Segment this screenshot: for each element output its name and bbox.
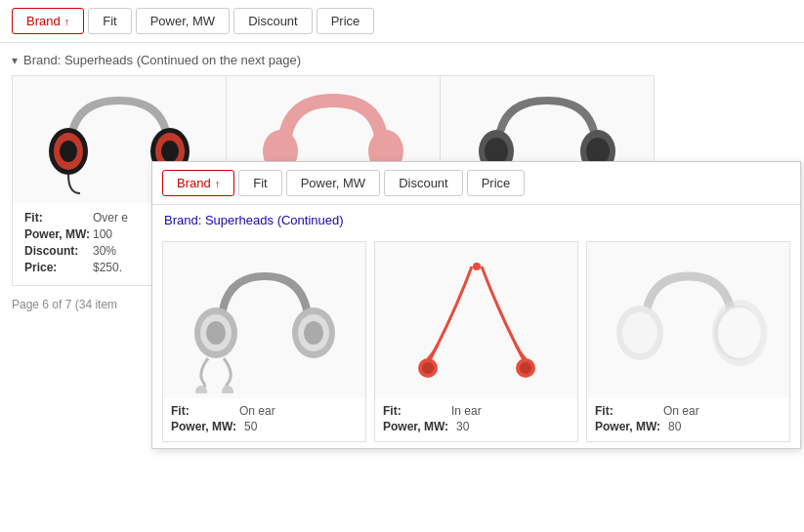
overlay-fit-label-1: Fit: xyxy=(171,404,239,418)
fit-value-1: Over e xyxy=(93,211,128,225)
overlay-price-label: Price xyxy=(482,176,511,190)
overlay-sort-power-button[interactable]: Power, MW xyxy=(286,170,380,196)
svg-point-30 xyxy=(718,307,761,358)
price-value-1: $250. xyxy=(93,261,122,274)
overlay-power-value-1: 50 xyxy=(244,420,257,433)
overlay-fit-row-1: Fit: On ear xyxy=(171,404,358,418)
overlay-product-details-1: Fit: On ear Power, MW: 50 xyxy=(163,398,365,441)
discount-label: Discount xyxy=(248,14,298,28)
top-toolbar: Brand ↑ Fit Power, MW Discount Price xyxy=(0,0,804,43)
overlay-fit-label: Fit xyxy=(253,176,267,190)
power-label-1: Power, MW: xyxy=(24,227,93,241)
fit-label: Fit xyxy=(103,14,116,28)
overlay-fit-value-3: On ear xyxy=(663,404,699,418)
overlay-sort-brand-button[interactable]: Brand ↑ xyxy=(162,170,234,196)
overlay-fit-row-3: Fit: On ear xyxy=(595,404,782,418)
power-value-1: 100 xyxy=(93,227,112,241)
price-label: Price xyxy=(331,14,360,28)
overlay-fit-value-1: On ear xyxy=(239,404,275,418)
svg-point-17 xyxy=(304,321,323,345)
svg-point-2 xyxy=(60,141,77,162)
overlay-products: Fit: On ear Power, MW: 50 xyxy=(152,235,800,448)
overlay-fit-row-2: Fit: In ear xyxy=(383,404,570,418)
svg-point-23 xyxy=(520,362,531,374)
overlay-headphone-svg-2 xyxy=(399,247,555,393)
fit-label-1: Fit: xyxy=(24,211,93,225)
overlay-product-card-2[interactable]: Fit: In ear Power, MW: 30 xyxy=(374,241,578,442)
overlay-fit-value-2: In ear xyxy=(451,404,482,418)
overlay-sort-discount-button[interactable]: Discount xyxy=(384,170,463,196)
svg-point-19 xyxy=(222,386,233,393)
svg-point-26 xyxy=(622,312,657,353)
brand-label: Brand xyxy=(26,14,61,28)
page-info-text: Page 6 of 7 (34 item xyxy=(12,298,117,311)
sort-price-button[interactable]: Price xyxy=(317,8,375,34)
group-chevron-icon[interactable]: ▾ xyxy=(12,54,18,67)
overlay-headphone-svg-3 xyxy=(611,247,767,393)
overlay-power-value-2: 30 xyxy=(456,420,469,433)
overlay-panel: Brand ↑ Fit Power, MW Discount Price Bra… xyxy=(151,161,801,449)
overlay-product-card-3[interactable]: Fit: On ear Power, MW: 80 xyxy=(586,241,790,442)
overlay-power-label-3: Power, MW: xyxy=(595,420,668,433)
price-label-1: Price: xyxy=(24,261,93,274)
sort-arrow-icon: ↑ xyxy=(64,16,70,27)
overlay-power-row-1: Power, MW: 50 xyxy=(171,420,358,433)
overlay-sort-arrow-icon: ↑ xyxy=(215,178,221,189)
overlay-brand-label: Brand xyxy=(177,176,211,190)
svg-point-24 xyxy=(473,263,481,270)
sort-brand-button[interactable]: Brand ↑ xyxy=(12,8,84,34)
overlay-discount-label: Discount xyxy=(399,176,448,190)
svg-point-21 xyxy=(422,362,434,374)
overlay-power-row-2: Power, MW: 30 xyxy=(383,420,570,433)
discount-value-1: 30% xyxy=(93,244,116,258)
overlay-fit-label-3: Fit: xyxy=(595,404,663,418)
overlay-product-image-2 xyxy=(375,242,577,398)
overlay-fit-label-2: Fit: xyxy=(383,404,451,418)
overlay-product-details-2: Fit: In ear Power, MW: 30 xyxy=(375,398,577,441)
sort-fit-button[interactable]: Fit xyxy=(88,8,131,34)
overlay-toolbar: Brand ↑ Fit Power, MW Discount Price xyxy=(152,162,800,205)
group-header: ▾ Brand: Superheads (Continued on the ne… xyxy=(12,53,792,67)
overlay-group-header-link[interactable]: Brand: Superheads (Continued) xyxy=(164,213,344,227)
overlay-product-image-1 xyxy=(163,242,365,398)
overlay-group-header: Brand: Superheads (Continued) xyxy=(152,205,800,235)
power-label: Power, MW xyxy=(150,14,215,28)
overlay-power-label-2: Power, MW: xyxy=(383,420,456,433)
overlay-product-card-1[interactable]: Fit: On ear Power, MW: 50 xyxy=(162,241,366,442)
discount-label-1: Discount: xyxy=(24,244,93,258)
group-header-label: Brand: Superheads (Continued on the next… xyxy=(23,53,301,67)
svg-point-14 xyxy=(206,321,226,345)
overlay-product-details-3: Fit: On ear Power, MW: 80 xyxy=(587,398,789,441)
overlay-power-label-1: Power, MW: xyxy=(171,420,244,433)
overlay-power-row-3: Power, MW: 80 xyxy=(595,420,782,433)
overlay-headphone-svg-1 xyxy=(187,247,343,393)
overlay-sort-fit-button[interactable]: Fit xyxy=(238,170,281,196)
sort-discount-button[interactable]: Discount xyxy=(233,8,313,34)
svg-point-5 xyxy=(161,141,179,162)
overlay-sort-price-button[interactable]: Price xyxy=(467,170,526,196)
overlay-product-image-3 xyxy=(587,242,789,398)
overlay-power-label: Power, MW xyxy=(301,176,365,190)
sort-power-button[interactable]: Power, MW xyxy=(136,8,230,34)
overlay-power-value-3: 80 xyxy=(668,420,681,433)
